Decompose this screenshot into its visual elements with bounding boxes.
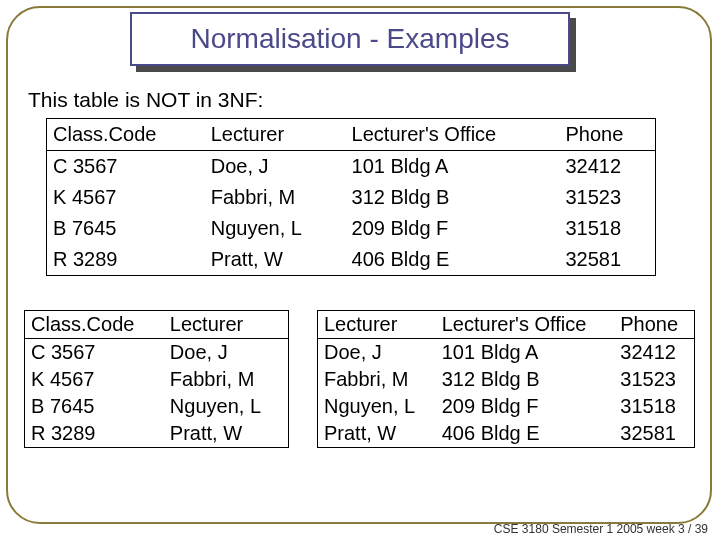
cell: 312 Bldg B [346, 182, 560, 213]
col-header: Lecturer's Office [436, 311, 615, 339]
cell: 31518 [614, 393, 694, 420]
cell: Pratt, W [164, 420, 289, 448]
cell: 31518 [559, 213, 655, 244]
table-row: Pratt, W 406 Bldg E 32581 [318, 420, 695, 448]
table-row: Fabbri, M 312 Bldg B 31523 [318, 366, 695, 393]
main-table: Class.Code Lecturer Lecturer's Office Ph… [46, 118, 656, 276]
cell: Nguyen, L [318, 393, 436, 420]
table-row: Doe, J 101 Bldg A 32412 [318, 339, 695, 367]
cell: Nguyen, L [164, 393, 289, 420]
cell: Doe, J [205, 151, 346, 183]
col-header: Lecturer [318, 311, 436, 339]
cell: 406 Bldg E [346, 244, 560, 276]
cell: Doe, J [318, 339, 436, 367]
cell: 32412 [559, 151, 655, 183]
col-header: Lecturer [164, 311, 289, 339]
cell: R 3289 [25, 420, 164, 448]
cell: 209 Bldg F [436, 393, 615, 420]
table-row: R 3289 Pratt, W [25, 420, 289, 448]
left-table: Class.Code Lecturer C 3567 Doe, J K 4567… [24, 310, 289, 448]
cell: R 3289 [47, 244, 205, 276]
cell: 101 Bldg A [436, 339, 615, 367]
lower-tables: Class.Code Lecturer C 3567 Doe, J K 4567… [24, 310, 704, 448]
table-row: K 4567 Fabbri, M 312 Bldg B 31523 [47, 182, 656, 213]
table-row: K 4567 Fabbri, M [25, 366, 289, 393]
cell: B 7645 [47, 213, 205, 244]
col-header: Phone [559, 119, 655, 151]
cell: Nguyen, L [205, 213, 346, 244]
cell: Doe, J [164, 339, 289, 367]
table-row: B 7645 Nguyen, L [25, 393, 289, 420]
col-header: Lecturer's Office [346, 119, 560, 151]
right-table: Lecturer Lecturer's Office Phone Doe, J … [317, 310, 695, 448]
cell: 32412 [614, 339, 694, 367]
cell: 32581 [559, 244, 655, 276]
cell: C 3567 [47, 151, 205, 183]
table-header-row: Class.Code Lecturer [25, 311, 289, 339]
col-header: Class.Code [25, 311, 164, 339]
cell: K 4567 [47, 182, 205, 213]
cell: K 4567 [25, 366, 164, 393]
cell: Pratt, W [205, 244, 346, 276]
cell: Pratt, W [318, 420, 436, 448]
title-box: Normalisation - Examples [130, 12, 570, 66]
table-header-row: Lecturer Lecturer's Office Phone [318, 311, 695, 339]
col-header: Phone [614, 311, 694, 339]
table-row: C 3567 Doe, J [25, 339, 289, 367]
cell: 312 Bldg B [436, 366, 615, 393]
cell: 101 Bldg A [346, 151, 560, 183]
cell: 406 Bldg E [436, 420, 615, 448]
cell: 31523 [614, 366, 694, 393]
page-title: Normalisation - Examples [191, 23, 510, 55]
footer-text: CSE 3180 Semester 1 2005 week 3 / 39 [494, 522, 708, 536]
table-row: B 7645 Nguyen, L 209 Bldg F 31518 [47, 213, 656, 244]
col-header: Lecturer [205, 119, 346, 151]
col-header: Class.Code [47, 119, 205, 151]
table-header-row: Class.Code Lecturer Lecturer's Office Ph… [47, 119, 656, 151]
content-area: This table is NOT in 3NF: Class.Code Lec… [24, 86, 694, 276]
cell: B 7645 [25, 393, 164, 420]
cell: 31523 [559, 182, 655, 213]
intro-text: This table is NOT in 3NF: [28, 86, 694, 114]
table-row: R 3289 Pratt, W 406 Bldg E 32581 [47, 244, 656, 276]
cell: Fabbri, M [318, 366, 436, 393]
cell: 209 Bldg F [346, 213, 560, 244]
cell: Fabbri, M [205, 182, 346, 213]
title-container: Normalisation - Examples [130, 12, 570, 66]
cell: C 3567 [25, 339, 164, 367]
cell: Fabbri, M [164, 366, 289, 393]
table-row: C 3567 Doe, J 101 Bldg A 32412 [47, 151, 656, 183]
table-row: Nguyen, L 209 Bldg F 31518 [318, 393, 695, 420]
cell: 32581 [614, 420, 694, 448]
